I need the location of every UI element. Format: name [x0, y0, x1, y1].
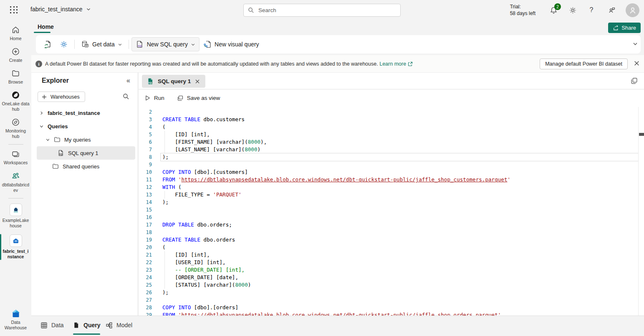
- code-line[interactable]: 18: [139, 229, 638, 236]
- run-button[interactable]: Run: [144, 95, 164, 101]
- copy-button[interactable]: [631, 77, 638, 84]
- chevron-down-icon: [632, 41, 638, 47]
- account-avatar[interactable]: [626, 3, 639, 17]
- nav-item-examplelakehouse[interactable]: ExampleLakehouse: [0, 201, 31, 232]
- code-line[interactable]: 12WITH (: [139, 183, 638, 191]
- dataset-info-banner: i A default Power BI dataset for faster …: [31, 55, 644, 73]
- nav-item-browse[interactable]: Browse: [0, 66, 31, 88]
- indent-guide: [164, 146, 165, 153]
- code-line[interactable]: 19CREATE TABLE dbo.orders: [139, 236, 638, 244]
- code-text: [FIRST_NAME] [varchar](8000),: [152, 138, 638, 146]
- tree-item-shared-queries[interactable]: Shared queries: [31, 160, 138, 173]
- collapse-ribbon-button[interactable]: [632, 41, 638, 47]
- query-settings-button[interactable]: [56, 38, 72, 51]
- line-number: 19: [139, 236, 152, 244]
- code-line[interactable]: 7 [LAST_NAME] [varchar](8000): [139, 146, 638, 153]
- code-line[interactable]: 14);: [139, 199, 638, 206]
- line-number: 20: [139, 244, 152, 251]
- nav-item-workspaces[interactable]: Workspaces: [0, 147, 31, 168]
- nav-item-onelake-data-hub[interactable]: OneLake data hub: [0, 88, 31, 115]
- line-number: 7: [139, 146, 152, 153]
- workspace-switcher[interactable]: fabric_test_instance: [30, 6, 91, 13]
- app-launcher-button[interactable]: [10, 6, 18, 14]
- new-warehouse-button[interactable]: Warehouses: [38, 92, 85, 102]
- code-line[interactable]: 11FROM 'https://dbtlabsynapsedatalake.bl…: [139, 176, 638, 183]
- code-line[interactable]: 20(: [139, 244, 638, 251]
- code-text: [152, 214, 638, 221]
- banner-close-button[interactable]: [634, 60, 640, 66]
- code-line[interactable]: 8);: [139, 153, 638, 161]
- editor-scrollbar[interactable]: [638, 107, 644, 316]
- code-line[interactable]: 25 [STATUS] [varchar](8000): [139, 281, 638, 289]
- toolbar-surface: Get data SQL New SQL query New visual qu…: [36, 35, 641, 53]
- code-line[interactable]: 29FROM 'https://dbtlabsynapsedatalake.bl…: [139, 311, 638, 316]
- get-data-button[interactable]: Get data: [77, 38, 126, 51]
- tree-item-sql-query-1[interactable]: SQL SQL query 1: [37, 146, 135, 160]
- view-tab-query[interactable]: Query: [73, 316, 100, 334]
- code-line[interactable]: 27: [139, 296, 638, 304]
- code-line[interactable]: 15: [139, 206, 638, 214]
- nav-item-create[interactable]: Create: [0, 44, 31, 66]
- line-number: 11: [139, 176, 152, 183]
- notifications-button[interactable]: 2: [549, 5, 558, 15]
- svg-text:SQL: SQL: [149, 82, 153, 84]
- external-link-icon: [408, 61, 413, 66]
- new-sql-query-button[interactable]: SQL New SQL query: [131, 37, 200, 51]
- line-number: 26: [139, 289, 152, 296]
- code-line[interactable]: 10COPY INTO [dbo].[customers]: [139, 168, 638, 176]
- code-line[interactable]: 23 -- [ORDER_DATE] [int],: [139, 266, 638, 274]
- code-line[interactable]: 5 [ID] [int],: [139, 131, 638, 138]
- feedback-button[interactable]: [607, 5, 616, 15]
- code-line[interactable]: 6 [FIRST_NAME] [varchar](8000),: [139, 138, 638, 146]
- code-line[interactable]: 16: [139, 214, 638, 221]
- code-line[interactable]: 22 [USER_ID] [int],: [139, 259, 638, 266]
- share-button[interactable]: Share: [608, 23, 641, 33]
- line-number: 28: [139, 304, 152, 311]
- code-text: [STATUS] [varchar](8000): [152, 281, 638, 289]
- query-tab-sql-query-1[interactable]: SQL SQL query 1: [142, 75, 205, 88]
- code-line[interactable]: 24 [ORDER_DATE] [date],: [139, 274, 638, 281]
- tree-item-my-queries[interactable]: My queries: [31, 133, 138, 146]
- code-line[interactable]: 4(: [139, 123, 638, 131]
- explorer-search-button[interactable]: [123, 93, 129, 100]
- code-line[interactable]: 28COPY INTO [dbo].[orders]: [139, 304, 638, 311]
- collapse-panel-button[interactable]: «: [126, 77, 130, 84]
- line-number: 3: [139, 116, 152, 123]
- code-text: FROM 'https://dbtlabsynapsedatalake.blob…: [152, 176, 638, 183]
- search-input[interactable]: [258, 7, 396, 14]
- plus-icon: [41, 94, 47, 100]
- code-lines[interactable]: 23CREATE TABLE dbo.customers4(5 [ID] [in…: [139, 107, 638, 316]
- data-table-icon: [40, 322, 48, 329]
- code-line[interactable]: 26);: [139, 289, 638, 296]
- code-line[interactable]: 3CREATE TABLE dbo.customers: [139, 116, 638, 123]
- nav-item-monitoring-hub[interactable]: Monitoring hub: [0, 115, 31, 142]
- code-line[interactable]: 2: [139, 108, 638, 116]
- nav-item-fabric-test-instance[interactable]: fabric_test_instance: [0, 232, 31, 262]
- manage-default-dataset-button[interactable]: Manage default Power BI dataset: [540, 59, 628, 69]
- view-tab-model[interactable]: Model: [106, 316, 132, 334]
- view-tab-data[interactable]: Data: [40, 316, 64, 334]
- save-as-view-icon: [177, 95, 184, 102]
- nav-item-dbtlabsfabricdev[interactable]: dbtlabsfabricdev: [0, 168, 31, 196]
- close-tab-button[interactable]: [194, 79, 200, 84]
- line-number: 13: [139, 191, 152, 199]
- code-line[interactable]: 17DROP TABLE dbo.orders;: [139, 221, 638, 229]
- help-button[interactable]: ?: [587, 5, 596, 15]
- ribbon-tab-home[interactable]: Home: [34, 22, 58, 32]
- code-line[interactable]: 21 [ID] [int],: [139, 251, 638, 259]
- tree-item-warehouse-root[interactable]: fabric_test_instance: [31, 106, 138, 120]
- tree-item-queries[interactable]: Queries: [31, 120, 138, 133]
- nav-item-data-warehouse[interactable]: Data Warehouse: [0, 306, 31, 333]
- save-as-view-button[interactable]: Save as view: [177, 95, 220, 102]
- workspaces-icon: [11, 150, 20, 158]
- code-line[interactable]: 13 FILE_TYPE = 'PARQUET': [139, 191, 638, 199]
- refresh-button[interactable]: [40, 38, 56, 51]
- code-line[interactable]: 9: [139, 161, 638, 168]
- new-visual-query-button[interactable]: New visual query: [200, 38, 263, 51]
- gear-icon: [569, 6, 577, 14]
- learn-more-link[interactable]: Learn more: [379, 61, 413, 67]
- nav-item-home[interactable]: Home: [0, 23, 31, 44]
- indent-guide: [164, 274, 165, 281]
- code-text: DROP TABLE dbo.orders;: [152, 221, 638, 229]
- settings-button[interactable]: [568, 5, 577, 15]
